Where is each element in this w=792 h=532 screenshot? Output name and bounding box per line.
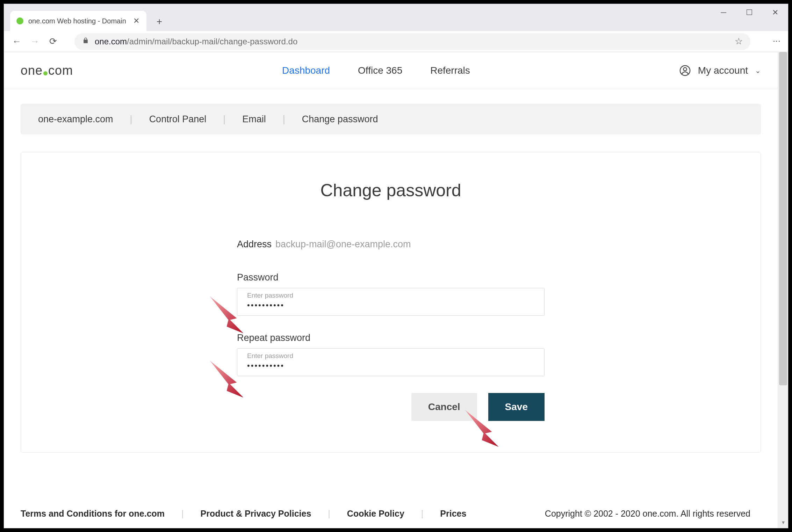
breadcrumb-domain[interactable]: one-example.com	[38, 114, 113, 125]
user-icon	[679, 65, 691, 76]
password-float-label: Enter password	[247, 292, 534, 299]
nav-dashboard[interactable]: Dashboard	[282, 65, 330, 76]
address-label: Address	[237, 239, 275, 250]
browser-tab[interactable]: one.com Web hosting - Domain ✕	[10, 11, 146, 31]
address-bar: ← → ⟳ one.com/admin/mail/backup-mail/cha…	[4, 31, 788, 52]
bookmark-star-icon[interactable]: ☆	[735, 36, 743, 47]
breadcrumb-email[interactable]: Email	[242, 114, 266, 125]
window-minimize-icon[interactable]: ─	[711, 4, 736, 21]
repeat-password-input[interactable]	[247, 361, 534, 370]
svg-point-1	[683, 67, 686, 71]
lock-icon	[82, 37, 89, 46]
password-field-wrap: Enter password	[237, 288, 545, 316]
change-password-card: Change password Address backup-mail@one-…	[21, 152, 761, 453]
url-host: one.com	[95, 37, 127, 46]
save-button[interactable]: Save	[488, 393, 545, 421]
window-maximize-icon[interactable]: ☐	[736, 4, 762, 21]
forward-icon[interactable]: →	[29, 36, 41, 47]
scrollbar[interactable]: ▴ ▾	[778, 52, 788, 528]
repeat-password-label: Repeat password	[237, 333, 545, 343]
cancel-button[interactable]: Cancel	[411, 393, 477, 421]
nav-office365[interactable]: Office 365	[358, 65, 402, 76]
breadcrumb-control-panel[interactable]: Control Panel	[149, 114, 207, 125]
footer-cookie[interactable]: Cookie Policy	[347, 509, 404, 519]
footer: Terms and Conditions for one.com | Produ…	[4, 499, 767, 528]
footer-prices[interactable]: Prices	[440, 509, 466, 519]
window-close-icon[interactable]: ✕	[762, 4, 788, 21]
account-label: My account	[698, 65, 748, 76]
password-input[interactable]	[247, 301, 534, 310]
scroll-down-icon[interactable]: ▾	[778, 519, 788, 527]
new-tab-button[interactable]: +	[152, 14, 167, 29]
scroll-thumb[interactable]	[779, 52, 787, 385]
breadcrumb: one-example.com | Control Panel | Email …	[21, 104, 761, 134]
page-title: Change password	[49, 180, 733, 201]
repeat-password-field-wrap: Enter password	[237, 348, 545, 376]
back-icon[interactable]: ←	[11, 36, 23, 47]
account-menu[interactable]: My account ⌄	[679, 65, 761, 76]
reload-icon[interactable]: ⟳	[47, 36, 59, 47]
url-path: /admin/mail/backup-mail/change-password.…	[127, 37, 297, 46]
repeat-password-float-label: Enter password	[247, 352, 534, 360]
footer-policies[interactable]: Product & Privacy Policies	[201, 509, 311, 519]
tab-close-icon[interactable]: ✕	[133, 16, 139, 25]
browser-menu-icon[interactable]: ⋮	[772, 37, 781, 46]
tab-title: one.com Web hosting - Domain	[28, 17, 129, 25]
password-label: Password	[237, 272, 545, 283]
chevron-down-icon: ⌄	[755, 66, 761, 75]
nav-referrals[interactable]: Referrals	[430, 65, 470, 76]
favicon-icon	[16, 17, 23, 24]
url-input[interactable]: one.com/admin/mail/backup-mail/change-pa…	[74, 33, 750, 50]
logo-dot-icon	[43, 71, 48, 75]
logo[interactable]: onecom	[21, 63, 73, 78]
footer-terms[interactable]: Terms and Conditions for one.com	[21, 509, 165, 519]
logo-text-left: one	[21, 63, 43, 78]
browser-titlebar: ─ ☐ ✕ one.com Web hosting - Domain ✕ +	[4, 4, 788, 31]
logo-text-right: com	[48, 63, 73, 78]
footer-copyright: Copyright © 2002 - 2020 one.com. All rig…	[545, 509, 750, 519]
address-value: backup-mail@one-example.com	[275, 239, 411, 250]
site-header: onecom Dashboard Office 365 Referrals My…	[4, 52, 778, 89]
breadcrumb-current: Change password	[302, 114, 378, 125]
